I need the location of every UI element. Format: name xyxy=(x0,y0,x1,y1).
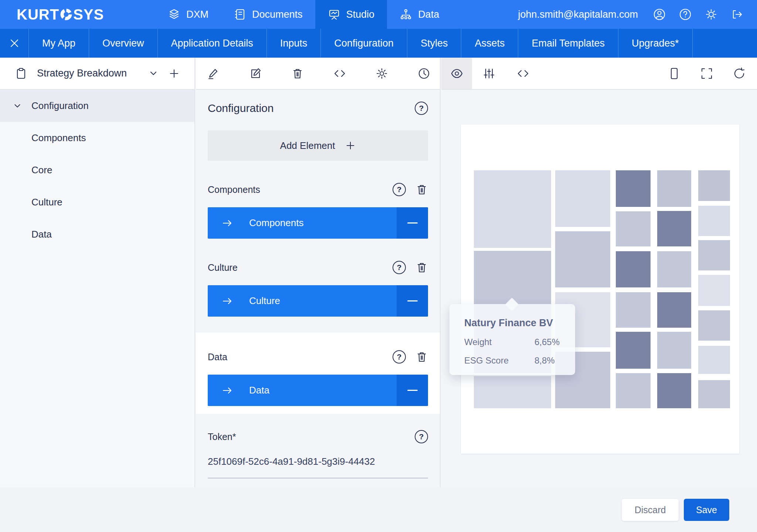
add-page-button[interactable] xyxy=(169,68,180,79)
add-element-button[interactable]: Add Element xyxy=(208,130,428,161)
treemap-tile[interactable] xyxy=(474,170,551,248)
treemap-tile[interactable] xyxy=(698,240,730,270)
treemap-tile[interactable] xyxy=(657,292,691,328)
app-sub-navbar: My App Overview Application Details Inpu… xyxy=(0,29,757,58)
top-nav-right: john.smith@kapitalam.com xyxy=(518,0,757,29)
treemap-tile[interactable] xyxy=(698,310,730,341)
treemap-tile[interactable] xyxy=(698,380,730,408)
logout-icon[interactable] xyxy=(730,8,744,21)
workspace: Strategy Breakdown Configuration Compone… xyxy=(0,58,757,487)
edit-square-icon[interactable] xyxy=(249,67,262,80)
history-clock-icon[interactable] xyxy=(418,67,430,80)
top-navbar: KURT SYS DXM Documents xyxy=(0,0,757,29)
top-nav-dxm[interactable]: DXM xyxy=(155,0,221,29)
eye-icon[interactable] xyxy=(441,58,472,89)
token-label: Token* xyxy=(208,432,415,442)
treemap-tile[interactable] xyxy=(616,292,651,328)
chevron-down-icon[interactable] xyxy=(12,101,31,111)
page-tree: Configuration Components Core Culture Da… xyxy=(0,90,194,250)
tree-item-core[interactable]: Core xyxy=(0,154,194,186)
top-nav-items: DXM Documents Studio Data xyxy=(155,0,452,29)
group-label-data: Data xyxy=(208,352,393,362)
arrow-right-icon xyxy=(222,296,233,307)
element-button-culture[interactable]: Culture xyxy=(208,285,428,317)
tooltip-esg-label: ESG Score xyxy=(464,355,534,366)
treemap-tile[interactable] xyxy=(555,231,610,287)
tree-item-data[interactable]: Data xyxy=(0,218,194,250)
treemap-tile[interactable] xyxy=(698,170,730,201)
discard-button[interactable]: Discard xyxy=(622,499,679,521)
token-value-input[interactable]: 25f1069f-52c6-4a91-9d81-5g3i9-44432 xyxy=(208,456,428,467)
refresh-icon[interactable] xyxy=(733,67,746,80)
help-icon[interactable]: ? xyxy=(393,350,406,364)
subnav-overview[interactable]: Overview xyxy=(89,29,158,58)
trash-icon[interactable] xyxy=(291,67,304,80)
help-icon[interactable]: ? xyxy=(393,183,406,196)
top-nav-studio[interactable]: Studio xyxy=(315,0,387,29)
editor-body: Configuration ? Add Element Components ? xyxy=(196,90,440,487)
settings-icon[interactable] xyxy=(705,8,718,21)
kurtosys-logo[interactable]: KURT SYS xyxy=(0,0,155,29)
code-icon[interactable] xyxy=(506,58,540,89)
save-button[interactable]: Save xyxy=(684,499,729,521)
element-button-components[interactable]: Components xyxy=(208,207,428,239)
preview-panel: Natury Finance BV Weight 6,65% ESG Score… xyxy=(441,58,757,487)
subnav-styles[interactable]: Styles xyxy=(407,29,462,58)
editor-section-token: Token* ? 25f1069f-52c6-4a91-9d81-5g3i9-4… xyxy=(196,414,440,487)
top-nav-documents[interactable]: Documents xyxy=(221,0,315,29)
treemap-tile[interactable] xyxy=(657,332,691,369)
treemap-tile[interactable] xyxy=(555,170,610,227)
account-icon[interactable] xyxy=(653,8,666,21)
clipboard-icon xyxy=(15,67,27,80)
treemap-tile[interactable] xyxy=(657,211,691,246)
help-icon[interactable]: ? xyxy=(415,430,428,443)
footer-bar: Discard Save xyxy=(0,487,757,532)
settings-icon[interactable] xyxy=(376,67,388,80)
group-label-culture: Culture xyxy=(208,262,393,273)
subnav-inputs[interactable]: Inputs xyxy=(267,29,321,58)
subnav-application-details[interactable]: Application Details xyxy=(158,29,267,58)
help-icon[interactable]: ? xyxy=(393,261,406,274)
code-icon[interactable] xyxy=(333,67,346,80)
tree-item-components[interactable]: Components xyxy=(0,122,194,154)
tree-item-configuration[interactable]: Configuration xyxy=(0,90,194,122)
trash-icon[interactable] xyxy=(415,351,428,363)
treemap-tile[interactable] xyxy=(616,373,651,408)
remove-minus-icon[interactable] xyxy=(397,375,428,406)
portrait-frame-icon[interactable] xyxy=(668,67,681,80)
subnav-upgrades[interactable]: Upgrades* xyxy=(618,29,693,58)
chevron-down-icon[interactable] xyxy=(148,68,159,79)
subnav-my-app[interactable]: My App xyxy=(29,29,89,58)
treemap-tile[interactable] xyxy=(698,275,730,306)
treemap-tile[interactable] xyxy=(616,332,651,369)
treemap-tile[interactable] xyxy=(657,170,691,207)
treemap-tile[interactable] xyxy=(616,211,651,246)
close-icon[interactable] xyxy=(0,29,29,58)
presentation-chart-icon xyxy=(328,8,340,21)
subnav-email-templates[interactable]: Email Templates xyxy=(518,29,618,58)
treemap-tile[interactable] xyxy=(474,376,551,408)
sliders-icon[interactable] xyxy=(472,58,506,89)
preview-toolbar xyxy=(441,58,757,90)
element-button-data[interactable]: Data xyxy=(208,375,428,406)
subnav-assets[interactable]: Assets xyxy=(461,29,518,58)
fullscreen-icon[interactable] xyxy=(700,67,713,80)
help-icon[interactable]: ? xyxy=(415,102,428,115)
treemap-tile[interactable] xyxy=(616,251,651,287)
remove-minus-icon[interactable] xyxy=(397,285,428,317)
remove-minus-icon[interactable] xyxy=(397,207,428,239)
treemap-chart xyxy=(461,125,739,454)
top-nav-data[interactable]: Data xyxy=(387,0,452,29)
treemap-tile[interactable] xyxy=(657,373,691,408)
trash-icon[interactable] xyxy=(415,183,428,196)
treemap-tile[interactable] xyxy=(657,251,691,287)
tooltip-esg-value: 8,8% xyxy=(534,355,555,366)
treemap-tile[interactable] xyxy=(698,206,730,236)
treemap-tile[interactable] xyxy=(616,170,651,207)
trash-icon[interactable] xyxy=(415,261,428,274)
pencil-icon[interactable] xyxy=(207,67,220,80)
treemap-tile[interactable] xyxy=(698,346,730,374)
help-icon[interactable] xyxy=(679,8,692,21)
tree-item-culture[interactable]: Culture xyxy=(0,186,194,218)
subnav-configuration[interactable]: Configuration xyxy=(321,29,407,58)
